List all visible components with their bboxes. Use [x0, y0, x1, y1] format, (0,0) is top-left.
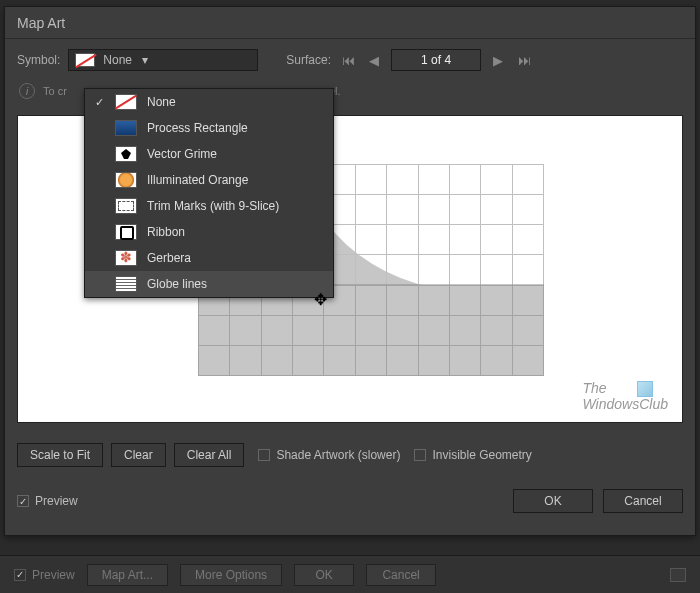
surface-next-button[interactable]: ▶	[489, 49, 507, 71]
watermark-line2: WindowsClub	[583, 396, 668, 412]
info-icon: i	[19, 83, 35, 99]
symbol-option-gerbera[interactable]: Gerbera	[85, 245, 333, 271]
invisible-geometry-label: Invisible Geometry	[432, 448, 531, 462]
symbol-option-proc[interactable]: Process Rectangle	[85, 115, 333, 141]
clear-button[interactable]: Clear	[111, 443, 166, 467]
proc-icon	[115, 120, 137, 136]
symbol-option-label: None	[147, 95, 176, 109]
move-cursor-icon: ✥	[314, 290, 327, 309]
surface-prev-button[interactable]: ◀	[365, 49, 383, 71]
orange-icon	[115, 172, 137, 188]
shade-artwork-check[interactable]: Shade Artwork (slower)	[258, 448, 400, 462]
symbol-dropdown-list[interactable]: ✓NoneProcess RectangleVector GrimeIllumi…	[84, 88, 334, 298]
symbol-option-label: Vector Grime	[147, 147, 217, 161]
panel-preview-check[interactable]: ✓Preview	[14, 568, 75, 582]
shade-artwork-label: Shade Artwork (slower)	[276, 448, 400, 462]
scale-to-fit-button[interactable]: Scale to Fit	[17, 443, 103, 467]
watermark: The WindowsClub	[583, 381, 668, 412]
symbol-surface-row: Symbol: None ▾ Surface: ⏮ ◀ ▶ ⏭	[5, 39, 695, 77]
effects-panel-bar: ✓Preview Map Art... More Options OK Canc…	[0, 555, 700, 593]
dialog-title: Map Art	[5, 7, 695, 39]
none-swatch-icon	[75, 53, 95, 67]
surface-first-button[interactable]: ⏮	[339, 49, 357, 71]
symbol-option-label: Illuminated Orange	[147, 173, 248, 187]
invisible-geometry-check[interactable]: Invisible Geometry	[414, 448, 531, 462]
none-icon	[115, 94, 137, 110]
symbol-selected-value: None	[103, 53, 132, 67]
action-row: Scale to Fit Clear Clear All Shade Artwo…	[5, 433, 695, 477]
clear-all-button[interactable]: Clear All	[174, 443, 245, 467]
symbol-option-label: Globe lines	[147, 277, 207, 291]
symbol-option-label: Trim Marks (with 9-Slice)	[147, 199, 279, 213]
surface-value-field[interactable]	[391, 49, 481, 71]
panel-more-options-button[interactable]: More Options	[180, 564, 282, 586]
panel-ok-button[interactable]: OK	[294, 564, 354, 586]
symbol-option-orange[interactable]: Illuminated Orange	[85, 167, 333, 193]
cancel-button[interactable]: Cancel	[603, 489, 683, 513]
dialog-bottom-row: ✓Preview OK Cancel	[5, 477, 695, 513]
panel-icon-1[interactable]	[670, 568, 686, 582]
ok-button[interactable]: OK	[513, 489, 593, 513]
chevron-down-icon: ▾	[142, 53, 148, 67]
symbol-label: Symbol:	[17, 53, 60, 67]
gerbera-icon	[115, 250, 137, 266]
ribbon-icon	[115, 224, 137, 240]
trim-icon	[115, 198, 137, 214]
surface-label: Surface:	[286, 53, 331, 67]
watermark-square-icon	[637, 381, 653, 397]
checkmark-icon: ✓	[93, 96, 105, 109]
symbol-option-none[interactable]: ✓None	[85, 89, 333, 115]
checkmark-icon: ✓	[17, 495, 29, 507]
panel-preview-label: Preview	[32, 568, 75, 582]
surface-last-button[interactable]: ⏭	[515, 49, 533, 71]
symbol-option-trim[interactable]: Trim Marks (with 9-Slice)	[85, 193, 333, 219]
symbol-option-ribbon[interactable]: Ribbon	[85, 219, 333, 245]
preview-label: Preview	[35, 494, 78, 508]
symbol-option-grime[interactable]: Vector Grime	[85, 141, 333, 167]
grime-icon	[115, 146, 137, 162]
preview-check[interactable]: ✓Preview	[17, 494, 78, 508]
panel-map-art-button[interactable]: Map Art...	[87, 564, 168, 586]
symbol-option-label: Ribbon	[147, 225, 185, 239]
globe-icon	[115, 276, 137, 292]
panel-cancel-button[interactable]: Cancel	[366, 564, 436, 586]
info-text-prefix: To cr	[43, 85, 67, 97]
symbol-option-globe[interactable]: Globe lines	[85, 271, 333, 297]
symbol-option-label: Process Rectangle	[147, 121, 248, 135]
symbol-option-label: Gerbera	[147, 251, 191, 265]
panel-trailing-icons	[670, 568, 686, 582]
watermark-line1: The	[583, 380, 607, 396]
symbol-dropdown[interactable]: None ▾	[68, 49, 258, 71]
